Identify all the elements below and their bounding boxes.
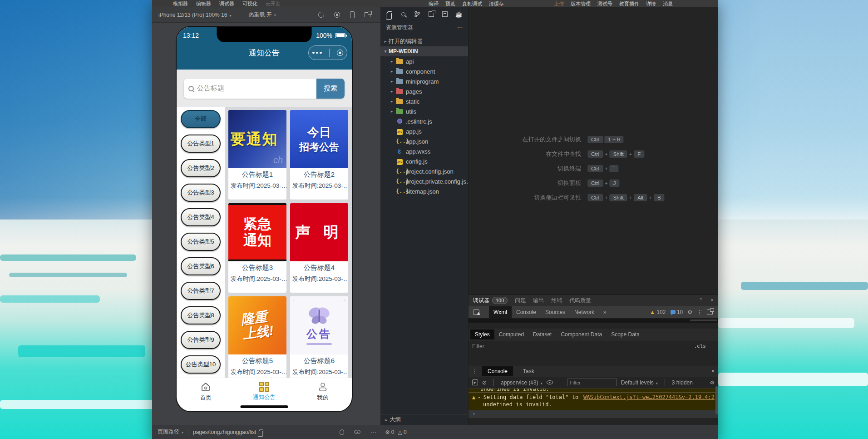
more-icon[interactable] (312, 52, 322, 54)
log-levels-selector[interactable]: Default levels▾ (621, 379, 658, 386)
tab-task[interactable]: Task (518, 366, 540, 376)
devtools-settings-icon[interactable]: ⚙ (687, 309, 692, 315)
explorer-more-icon[interactable]: ⋯ (457, 24, 463, 30)
category-pill[interactable]: 公告类型3 (181, 184, 221, 202)
project-root[interactable]: ▾MP-WEIXIN (380, 46, 468, 56)
tab-profile[interactable]: 我的 (293, 378, 352, 405)
capsule-menu[interactable] (308, 45, 347, 60)
console-warning[interactable]: ▲ ▸ Setting data field "total" to WASubC… (469, 393, 718, 410)
close-console-icon[interactable]: × (711, 368, 715, 374)
category-pill[interactable]: 公告类型7 (181, 282, 221, 300)
category-pill[interactable]: 公告类型4 (181, 208, 221, 226)
warning-count[interactable]: ▲ 102 (650, 309, 666, 315)
console-scrollbar[interactable] (715, 386, 718, 414)
file-project-private-config[interactable]: {..}project.private.config.js… (380, 176, 468, 186)
extensions-icon[interactable] (428, 10, 435, 18)
search-input[interactable]: 公告标题 (184, 79, 316, 99)
announcement-card[interactable]: 要通知 ch 公告标题1 发布时间:2025-03-… (228, 110, 286, 200)
category-pill[interactable]: 公告类型2 (181, 159, 221, 177)
copy-icon[interactable] (259, 429, 263, 434)
console-filter-input[interactable] (567, 379, 617, 386)
device-selector[interactable]: iPhone 12/13 (Pro) 100% 16▾ (158, 12, 231, 18)
menu-version[interactable]: 版本管理 (571, 0, 591, 7)
context-selector[interactable]: appservice (#3)▾ (501, 379, 542, 386)
styles-filter-label[interactable]: Filter (472, 343, 484, 349)
tab-computed[interactable]: Computed (494, 329, 528, 339)
menu-remote-debug[interactable]: 真机调试 (462, 0, 482, 7)
menu-clear-cache[interactable]: 清缓存 (489, 0, 504, 7)
menu-compile[interactable]: 编译 (429, 0, 439, 7)
open-editors-section[interactable]: ▸打开的编辑器 (380, 36, 468, 46)
announcement-card[interactable]: 紧急 通知 公告标题3 发布时间:2025-03-… (228, 203, 286, 293)
undock-icon[interactable] (707, 309, 713, 314)
category-pill[interactable]: 公告类型1 (181, 135, 221, 153)
tab-problems[interactable]: 问题 (515, 297, 526, 304)
menu-cloud[interactable]: 云开发 (266, 0, 281, 7)
menu-editor[interactable]: 编辑器 (196, 0, 211, 7)
folder-pages[interactable]: ▸pages (380, 86, 468, 96)
folder-utils[interactable]: ▸utils (380, 106, 468, 116)
teapot-icon[interactable]: ☕ (455, 10, 463, 18)
files-icon[interactable] (386, 10, 393, 18)
announcement-card[interactable]: 隆重上线! 公告标题5 发布时间:2025-03-… (228, 296, 286, 378)
folder-static[interactable]: ▸static (380, 96, 468, 106)
menu-simulator[interactable]: 模拟器 (173, 0, 188, 7)
refresh-icon[interactable] (318, 12, 324, 18)
info-count[interactable]: 10 (671, 309, 683, 315)
category-pill[interactable]: 公告类型10 (181, 355, 221, 374)
expand-icon[interactable]: ▸ (478, 395, 480, 399)
bug-icon[interactable] (340, 429, 344, 435)
tab-home[interactable]: 首页 (177, 378, 235, 405)
devtools-more-tabs[interactable]: » (599, 306, 611, 319)
eye-icon[interactable] (354, 430, 360, 434)
page-path-selector[interactable]: 页面路径▾ (158, 428, 183, 436)
menu-visualization[interactable]: 可视化 (242, 0, 257, 7)
category-pill[interactable]: 公告类型9 (181, 331, 221, 349)
elements-scrollbar[interactable] (469, 319, 718, 323)
tab-code-quality[interactable]: 代码质量 (569, 297, 591, 304)
folder-api[interactable]: ▸api (380, 56, 468, 66)
category-pill[interactable]: 公告类型6 (181, 257, 221, 275)
category-pill[interactable]: 公告类型8 (181, 306, 221, 324)
source-link[interactable]: WASubContext.js?t=we…25027441&v=2.19.4:2 (583, 394, 715, 400)
collapse-panel-icon[interactable]: ⌃ (699, 297, 703, 304)
tab-output[interactable]: 输出 (533, 297, 544, 304)
menu-preview[interactable]: 预览 (445, 0, 455, 7)
eye-icon[interactable] (547, 380, 553, 384)
console-prompt[interactable]: › (469, 410, 718, 418)
category-pill[interactable]: 公告类型5 (181, 233, 221, 251)
announcement-card[interactable]: ▪▪ ▪▪ 公告 (290, 296, 348, 378)
menu-debugger[interactable]: 调试器 (219, 0, 234, 7)
tab-scope-data[interactable]: Scope Data (607, 329, 644, 339)
devtools-tab-wxml[interactable]: Wxml (489, 306, 512, 319)
hidden-count[interactable]: 3 hidden (672, 379, 693, 386)
tab-debugger[interactable]: 调试器100 (473, 297, 508, 304)
more-icon[interactable]: ⋯ (370, 429, 376, 435)
close-panel-icon[interactable]: × (710, 297, 714, 304)
devtools-menu-icon[interactable]: ⋮ (697, 309, 702, 315)
git-branch-icon[interactable] (414, 10, 421, 18)
search-icon[interactable] (400, 10, 407, 18)
folder-component[interactable]: ▸component (380, 66, 468, 76)
panel-icon[interactable] (441, 10, 449, 18)
file-eslintrc[interactable]: .eslintrc.js (380, 116, 468, 126)
console-settings-icon[interactable]: ⚙ (710, 379, 715, 386)
folder-miniprogram[interactable]: ▸miniprogram (380, 76, 468, 86)
announcement-card[interactable]: 今日 招考公告 公告标题2 发布时间:2025-03-… (290, 110, 348, 200)
tab-styles[interactable]: Styles (470, 329, 494, 339)
search-button[interactable]: 搜索 (316, 79, 345, 99)
file-app-json[interactable]: {..}app.json (380, 136, 468, 146)
tab-console[interactable]: Console (482, 366, 513, 376)
tab-component-data[interactable]: Component Data (556, 329, 607, 339)
hot-reload-toggle[interactable]: 热重载 开▾ (248, 11, 276, 19)
exit-icon[interactable] (337, 50, 343, 56)
cls-toggle[interactable]: .cls (694, 343, 706, 349)
devtools-tab-network[interactable]: Network (570, 306, 599, 319)
menu-messages[interactable]: 消息 (663, 0, 673, 7)
file-app-js[interactable]: JSapp.js (380, 126, 468, 136)
menu-edu-plugin[interactable]: 教育插件 (619, 0, 639, 7)
tab-dataset[interactable]: Dataset (528, 329, 556, 339)
warning-count[interactable]: △ 0 (398, 429, 407, 435)
menu-upload[interactable]: 上传 (554, 0, 564, 7)
outline-section[interactable]: ▸大纲 (380, 414, 468, 425)
